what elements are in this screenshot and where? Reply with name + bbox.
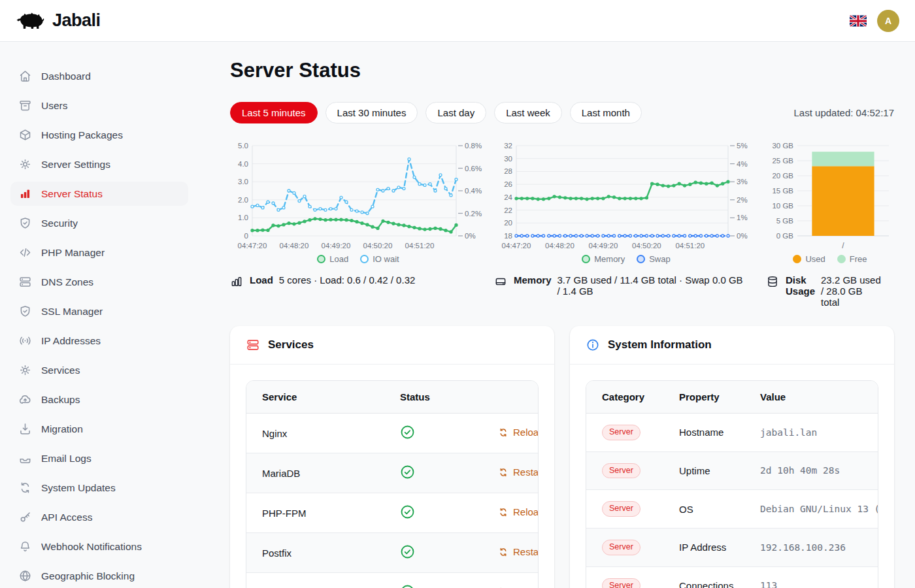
stat-label: Memory [514, 274, 552, 297]
sidebar-item-ssl-manager[interactable]: SSL Manager [10, 299, 188, 323]
memory-swap-chart-canvas: 18202224262830320%1%2%3%4%5%04:47:2004:4… [494, 140, 758, 253]
svg-text:4%: 4% [737, 160, 748, 168]
sidebar-item-geographic-blocking[interactable]: Geographic Blocking [10, 564, 188, 588]
refresh-icon [498, 467, 508, 478]
svg-text:04:47:20: 04:47:20 [238, 242, 267, 250]
sidebar-item-security[interactable]: Security [10, 211, 188, 235]
category-badge: Server [602, 540, 640, 555]
info-circle-icon [586, 338, 600, 352]
service-row-php-fpm: PHP-FPM Reload [246, 493, 538, 532]
svg-text:10 GB: 10 GB [772, 202, 793, 210]
time-filter-last-week[interactable]: Last week [494, 102, 562, 123]
reload-php-fpm-button[interactable]: Reload [498, 506, 539, 517]
reload-nginx-button[interactable]: Reload [498, 427, 539, 438]
legend-item-swap: Swap [637, 254, 671, 264]
shield-check-icon [18, 216, 32, 230]
legend-dot-load [317, 255, 325, 263]
sidebar-item-ip-addresses[interactable]: IP Addresses [10, 329, 188, 353]
sidebar-item-services[interactable]: Services [10, 358, 188, 382]
svg-text:28: 28 [504, 167, 512, 175]
user-avatar[interactable]: A [877, 10, 899, 32]
svg-text:04:48:20: 04:48:20 [280, 242, 309, 250]
stat-value: 3.7 GB used / 11.4 GB total · Swap 0.0 G… [557, 274, 746, 297]
sidebar-item-dns-zones[interactable]: DNS Zones [10, 270, 188, 294]
service-row-mariadb: MariaDB Restart [246, 453, 538, 493]
system-info-card-header: System Information [570, 326, 894, 365]
sidebar-item-api-access[interactable]: API Access [10, 505, 188, 529]
sidebar-item-label: API Access [41, 512, 92, 523]
sidebar-item-users[interactable]: Users [10, 93, 188, 118]
check-circle-icon [400, 550, 415, 561]
sidebar-item-server-status[interactable]: Server Status [10, 182, 188, 206]
services-card-title: Services [268, 338, 314, 351]
sidebar-item-label: Geographic Blocking [41, 570, 135, 582]
time-filter-last-month[interactable]: Last month [570, 102, 642, 123]
sidebar-item-server-settings[interactable]: Server Settings [10, 152, 188, 176]
sidebar-item-backups[interactable]: Backups [10, 387, 188, 412]
app-name: Jabali [52, 10, 101, 31]
svg-text:0.8%: 0.8% [465, 142, 482, 150]
service-name: PHP-FPM [246, 493, 384, 532]
svg-text:30 GB: 30 GB [772, 142, 793, 150]
system-row-ip-address: Server IP Address 192.168.100.236 [586, 528, 878, 566]
language-flag-uk-icon[interactable] [850, 15, 867, 27]
system-value: Debian GNU/Linux 13 (trixie) [744, 489, 878, 528]
svg-text:0 GB: 0 GB [776, 232, 794, 240]
bar-chart-outline-icon [230, 275, 243, 288]
sidebar-item-label: PHP Manager [41, 247, 105, 259]
svg-text:/: / [842, 241, 844, 250]
sidebar-item-email-logs[interactable]: Email Logs [10, 446, 188, 470]
sidebar-item-label: Email Logs [41, 453, 92, 465]
service-name: Postfix [246, 532, 384, 572]
system-col-value: Value [744, 381, 878, 414]
system-row-connections: Server Connections 113 [586, 566, 878, 588]
sidebar-item-label: Migration [41, 423, 83, 435]
sidebar-item-label: Backups [41, 394, 80, 406]
sidebar-item-migration[interactable]: Migration [10, 417, 188, 441]
refresh-icon [498, 507, 508, 517]
memory-swap-chart: 18202224262830320%1%2%3%4%5%04:47:2004:4… [494, 140, 758, 264]
service-row-postfix: Postfix Restart [246, 532, 538, 572]
app-logo[interactable]: Jabali [16, 10, 101, 31]
svg-text:4.0: 4.0 [238, 160, 248, 168]
stat-disk-usage: Disk Usage 23.2 GB used / 28.0 GB total [766, 274, 894, 308]
shield-check-icon [18, 304, 32, 318]
svg-text:04:49:20: 04:49:20 [589, 242, 618, 250]
svg-text:32: 32 [504, 142, 512, 150]
svg-text:15 GB: 15 GB [772, 187, 793, 195]
service-status-running [384, 532, 482, 572]
sidebar-item-php-manager[interactable]: PHP Manager [10, 240, 188, 265]
system-property: OS [663, 489, 744, 528]
charts-row: 01.02.03.04.05.00%0.2%0.4%0.6%0.8%04:47:… [230, 140, 894, 264]
boar-logo-icon [16, 11, 46, 31]
service-status-running [384, 572, 482, 588]
system-info-card: System Information Category Property Val… [570, 326, 894, 588]
bar-chart-icon [18, 187, 32, 201]
sidebar-item-dashboard[interactable]: Dashboard [10, 64, 188, 88]
sidebar-item-hosting-packages[interactable]: Hosting Packages [10, 123, 188, 147]
services-col-service: Service [246, 381, 384, 414]
refresh-icon [498, 547, 508, 557]
main-content: Server Status Last 5 minutesLast 30 minu… [199, 42, 915, 588]
legend-item-load: Load [317, 254, 348, 264]
system-col-property: Property [663, 381, 744, 414]
svg-text:3.0: 3.0 [238, 178, 248, 186]
sidebar-item-label: System Updates [41, 482, 116, 494]
legend-dot-used [793, 255, 801, 263]
server-stack-icon [18, 275, 32, 289]
time-filter-last-30-minutes[interactable]: Last 30 minutes [325, 102, 418, 123]
sidebar-item-label: Security [41, 218, 78, 229]
time-filter-last-day[interactable]: Last day [425, 102, 486, 123]
sidebar-item-system-updates[interactable]: System Updates [10, 476, 188, 500]
restart-mariadb-button[interactable]: Restart [498, 466, 539, 478]
svg-text:18: 18 [504, 232, 512, 240]
sidebar-item-label: Server Status [41, 188, 103, 200]
cube-icon [18, 128, 32, 142]
svg-text:04:47:20: 04:47:20 [502, 242, 531, 250]
restart-postfix-button[interactable]: Restart [498, 546, 539, 557]
stats-row: Load 5 cores · Load: 0.6 / 0.42 / 0.32 M… [230, 274, 894, 308]
sidebar-item-webhook-notifications[interactable]: Webhook Notifications [10, 534, 188, 559]
hard-drive-icon [494, 275, 507, 288]
gear-icon [18, 157, 32, 171]
time-filter-last-5-minutes[interactable]: Last 5 minutes [230, 102, 318, 123]
